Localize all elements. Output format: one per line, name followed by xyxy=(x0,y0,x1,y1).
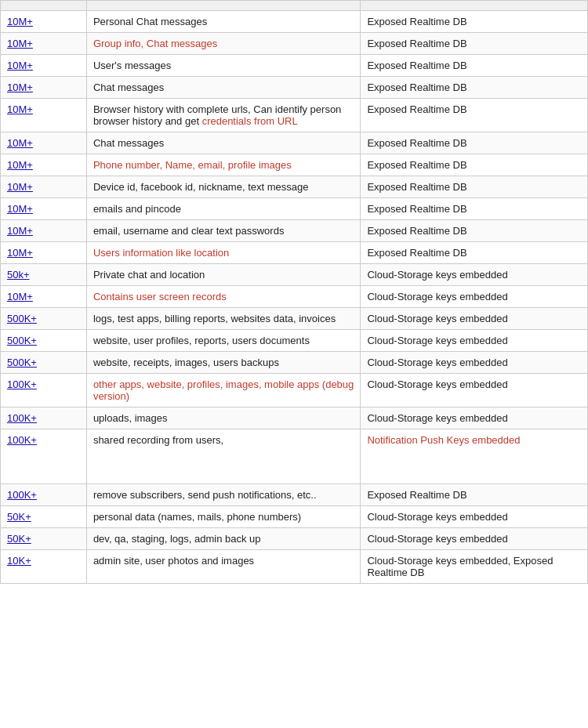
cell-installs: 500K+ xyxy=(1,308,87,330)
install-link[interactable]: 10M+ xyxy=(7,16,33,27)
cell-data-breached: website, user profiles, reports, users d… xyxy=(86,330,361,352)
install-link[interactable]: 50k+ xyxy=(7,269,30,281)
cell-installs: 500K+ xyxy=(1,330,87,352)
cell-data-breached: User's messages xyxy=(86,55,361,77)
table-row: 10M+Group info, Chat messagesExposed Rea… xyxy=(1,33,588,55)
cell-installs: 10M+ xyxy=(1,242,87,264)
cell-vulnerability: Cloud-Storage keys embedded, Exposed Rea… xyxy=(361,550,588,584)
table-row: 10M+email, username and clear text passw… xyxy=(1,220,588,242)
install-link[interactable]: 100K+ xyxy=(7,378,37,390)
cell-data-breached: remove subscribers, send push notificati… xyxy=(86,484,361,506)
table-row: 500K+website, receipts, images, users ba… xyxy=(1,352,588,374)
cell-vulnerability: Exposed Realtime DB xyxy=(361,55,588,77)
cell-vulnerability: Exposed Realtime DB xyxy=(361,484,588,506)
cell-data-breached: Device id, facebook id, nickname, text m… xyxy=(86,176,361,198)
cell-installs: 10M+ xyxy=(1,55,87,77)
table-row: 10M+User's messagesExposed Realtime DB xyxy=(1,55,588,77)
cell-data-breached: shared recording from users, xyxy=(86,429,361,484)
install-link[interactable]: 500K+ xyxy=(7,335,37,346)
cell-installs: 10M+ xyxy=(1,11,87,33)
cell-vulnerability: Exposed Realtime DB xyxy=(361,220,588,242)
cell-installs: 10M+ xyxy=(1,77,87,99)
cell-vulnerability: Cloud-Storage keys embedded xyxy=(361,407,588,429)
install-link[interactable]: 10M+ xyxy=(7,203,33,215)
cell-data-breached: Browser history with complete urls, Can … xyxy=(86,99,361,132)
table-row: 10M+Personal Chat messagesExposed Realti… xyxy=(1,11,588,33)
install-link[interactable]: 10M+ xyxy=(7,137,33,149)
header-data-breached xyxy=(86,1,361,11)
cell-installs: 100K+ xyxy=(1,374,87,407)
install-link[interactable]: 50K+ xyxy=(7,533,31,545)
install-link[interactable]: 10M+ xyxy=(7,181,33,193)
install-link[interactable]: 500K+ xyxy=(7,313,37,324)
table-row: 10M+Chat messagesExposed Realtime DB xyxy=(1,77,588,99)
install-link[interactable]: 50K+ xyxy=(7,511,31,523)
table-row: 100K+shared recording from users,Notific… xyxy=(1,429,588,484)
cell-data-breached: Phone number, Name, email, profile image… xyxy=(86,154,361,176)
install-link[interactable]: 10M+ xyxy=(7,103,33,115)
cell-installs: 100K+ xyxy=(1,429,87,484)
cell-data-breached: Users information like location xyxy=(86,242,361,264)
cell-vulnerability: Exposed Realtime DB xyxy=(361,11,588,33)
table-row: 10M+Chat messagesExposed Realtime DB xyxy=(1,132,588,154)
table-row: 50K+dev, qa, staging, logs, admin back u… xyxy=(1,528,588,550)
cell-vulnerability: Exposed Realtime DB xyxy=(361,198,588,220)
install-link[interactable]: 10M+ xyxy=(7,247,33,259)
cell-installs: 10M+ xyxy=(1,176,87,198)
cell-data-breached: other apps, website, profiles, images, m… xyxy=(86,374,361,407)
cell-data-breached: dev, qa, staging, logs, admin back up xyxy=(86,528,361,550)
cell-installs: 10M+ xyxy=(1,154,87,176)
cell-data-breached: email, username and clear text passwords xyxy=(86,220,361,242)
cell-data-breached: Group info, Chat messages xyxy=(86,33,361,55)
table-row: 10M+Contains user screen recordsCloud-St… xyxy=(1,286,588,308)
cell-vulnerability: Exposed Realtime DB xyxy=(361,33,588,55)
cell-data-breached: uploads, images xyxy=(86,407,361,429)
cell-data-breached: Personal Chat messages xyxy=(86,11,361,33)
cell-vulnerability: Exposed Realtime DB xyxy=(361,99,588,132)
cell-vulnerability: Cloud-Storage keys embedded xyxy=(361,330,588,352)
install-link[interactable]: 10M+ xyxy=(7,81,33,93)
table-row: 50K+personal data (names, mails, phone n… xyxy=(1,506,588,528)
install-link[interactable]: 100K+ xyxy=(7,412,37,424)
install-link[interactable]: 500K+ xyxy=(7,357,37,368)
cell-data-breached: Chat messages xyxy=(86,132,361,154)
cell-installs: 100K+ xyxy=(1,407,87,429)
install-link[interactable]: 10M+ xyxy=(7,38,33,49)
header-installs xyxy=(1,1,87,11)
table-row: 100K+other apps, website, profiles, imag… xyxy=(1,374,588,407)
cell-vulnerability: Exposed Realtime DB xyxy=(361,77,588,99)
header-vulnerability xyxy=(361,1,588,11)
cell-vulnerability: Exposed Realtime DB xyxy=(361,176,588,198)
cell-data-breached: logs, test apps, billing reports, websit… xyxy=(86,308,361,330)
cell-vulnerability: Cloud-Storage keys embedded xyxy=(361,352,588,374)
install-link[interactable]: 10M+ xyxy=(7,225,33,237)
table-row: 500K+website, user profiles, reports, us… xyxy=(1,330,588,352)
cell-installs: 10M+ xyxy=(1,286,87,308)
cell-data-breached: Private chat and location xyxy=(86,264,361,286)
cell-installs: 50K+ xyxy=(1,506,87,528)
install-link[interactable]: 10M+ xyxy=(7,60,33,71)
cell-vulnerability: Cloud-Storage keys embedded xyxy=(361,308,588,330)
install-link[interactable]: 100K+ xyxy=(7,489,37,501)
cell-installs: 50K+ xyxy=(1,528,87,550)
cell-vulnerability: Cloud-Storage keys embedded xyxy=(361,528,588,550)
cell-data-breached: website, receipts, images, users backups xyxy=(86,352,361,374)
cell-installs: 10M+ xyxy=(1,198,87,220)
table-row: 100K+remove subscribers, send push notif… xyxy=(1,484,588,506)
cell-vulnerability: Exposed Realtime DB xyxy=(361,132,588,154)
cell-installs: 100K+ xyxy=(1,484,87,506)
table-row: 10M+Browser history with complete urls, … xyxy=(1,99,588,132)
install-link[interactable]: 10M+ xyxy=(7,159,33,171)
cell-vulnerability: Notification Push Keys embedded xyxy=(361,429,588,484)
cell-installs: 50k+ xyxy=(1,264,87,286)
cell-installs: 10M+ xyxy=(1,33,87,55)
table-row: 10K+admin site, user photos and imagesCl… xyxy=(1,550,588,584)
cell-vulnerability: Exposed Realtime DB xyxy=(361,154,588,176)
cell-data-breached: Contains user screen records xyxy=(86,286,361,308)
install-link[interactable]: 10M+ xyxy=(7,291,33,302)
cell-data-breached: personal data (names, mails, phone numbe… xyxy=(86,506,361,528)
cell-installs: 500K+ xyxy=(1,352,87,374)
cell-installs: 10K+ xyxy=(1,550,87,584)
install-link[interactable]: 100K+ xyxy=(7,434,37,446)
install-link[interactable]: 10K+ xyxy=(7,555,31,567)
